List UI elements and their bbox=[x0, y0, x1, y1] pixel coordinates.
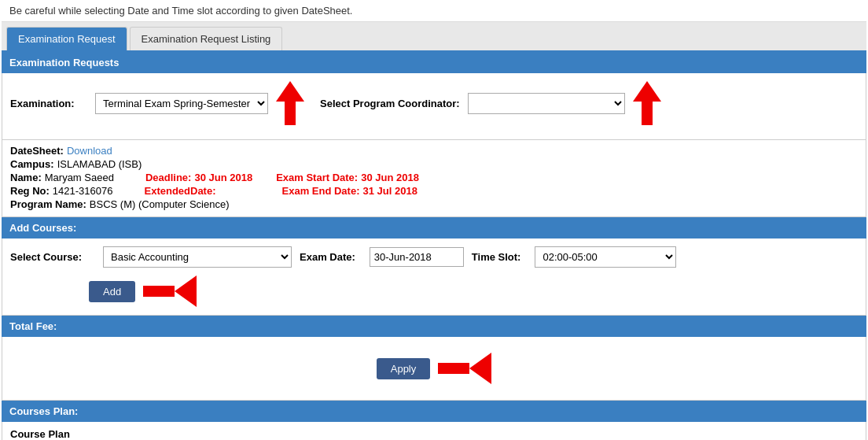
examination-row: Examination: Terminal Exam Spring-Semest… bbox=[10, 81, 858, 125]
program-label: Program Name: bbox=[10, 198, 86, 210]
add-arrow-left bbox=[145, 275, 197, 307]
exam-date-input[interactable] bbox=[370, 247, 464, 267]
name-deadline-row: Name: Maryam Saeed Deadline: 30 Jun 2018… bbox=[10, 172, 858, 183]
total-fee-area: Apply bbox=[2, 337, 866, 401]
examination-requests-header: Examination Requests bbox=[2, 52, 866, 73]
exam-arrow-up bbox=[276, 81, 304, 125]
total-fee-header: Total Fee: bbox=[2, 316, 866, 337]
examination-select[interactable]: Terminal Exam Spring-Semester 20 bbox=[95, 93, 268, 114]
campus-value: ISLAMABAD (ISB) bbox=[57, 158, 142, 170]
time-slot-label: Time Slot: bbox=[472, 251, 521, 263]
add-courses-header: Add Courses: bbox=[2, 217, 866, 238]
exam-end-label: Exam End Date: bbox=[282, 185, 360, 197]
coordinator-select[interactable] bbox=[468, 93, 625, 114]
deadline-label: Deadline: bbox=[145, 172, 192, 183]
extended-label: ExtendedDate: bbox=[144, 185, 215, 197]
tab-examination-request-listing[interactable]: Examination Request Listing bbox=[130, 27, 283, 50]
time-slot-select[interactable]: 02:00-05:00 bbox=[535, 246, 676, 268]
datesheet-label: DateSheet: bbox=[10, 145, 64, 157]
name-value: Maryam Saeed bbox=[45, 172, 114, 183]
reg-label: Reg No: bbox=[10, 185, 50, 197]
exam-start-value: 30 Jun 2018 bbox=[361, 172, 419, 183]
warning-text: Be careful while selecting Date and Time… bbox=[9, 5, 352, 17]
course-select[interactable]: Basic Accounting bbox=[103, 246, 292, 268]
apply-arrow-left bbox=[440, 353, 491, 384]
deadline-value: 30 Jun 2018 bbox=[194, 172, 252, 183]
add-btn-row: Add bbox=[10, 275, 858, 307]
courses-plan-area: Course Plan bbox=[2, 422, 866, 440]
reg-extended-row: Reg No: 1421-316076 ExtendedDate: Exam E… bbox=[10, 185, 858, 197]
warning-bar: Be careful while selecting Date and Time… bbox=[2, 0, 866, 22]
tab-examination-request[interactable]: Examination Request bbox=[6, 27, 127, 50]
add-courses-area: Select Course: Basic Accounting Exam Dat… bbox=[2, 238, 866, 316]
exam-end-value: 31 Jul 2018 bbox=[363, 185, 417, 197]
program-row: Program Name: BSCS (M) (Computer Science… bbox=[10, 198, 858, 210]
coordinator-arrow-up bbox=[633, 81, 661, 125]
examination-label: Examination: bbox=[10, 98, 89, 109]
course-label: Select Course: bbox=[10, 251, 89, 263]
courses-plan-header: Courses Plan: bbox=[2, 401, 866, 422]
coordinator-label: Select Program Coordinator: bbox=[320, 98, 462, 109]
apply-button[interactable]: Apply bbox=[377, 358, 431, 379]
info-section: DateSheet: Download Campus: ISLAMABAD (I… bbox=[2, 140, 866, 217]
download-link[interactable]: Download bbox=[67, 145, 112, 157]
examination-form-area: Examination: Terminal Exam Spring-Semest… bbox=[2, 73, 866, 140]
coordinator-row: Select Program Coordinator: bbox=[320, 81, 661, 125]
exam-date-label: Exam Date: bbox=[300, 251, 355, 263]
datesheet-row: DateSheet: Download bbox=[10, 145, 858, 157]
campus-row: Campus: ISLAMABAD (ISB) bbox=[10, 158, 858, 170]
name-label: Name: bbox=[10, 172, 42, 183]
add-button[interactable]: Add bbox=[89, 281, 135, 302]
course-plan-subheader: Course Plan bbox=[10, 428, 70, 440]
reg-value: 1421-316076 bbox=[53, 185, 113, 197]
campus-label: Campus: bbox=[10, 158, 54, 170]
add-courses-row: Select Course: Basic Accounting Exam Dat… bbox=[10, 246, 858, 268]
exam-start-label: Exam Start Date: bbox=[276, 172, 358, 183]
program-value: BSCS (M) (Computer Science) bbox=[90, 198, 230, 210]
apply-row: Apply bbox=[10, 345, 858, 392]
tabs-bar: Examination Request Examination Request … bbox=[2, 22, 866, 52]
